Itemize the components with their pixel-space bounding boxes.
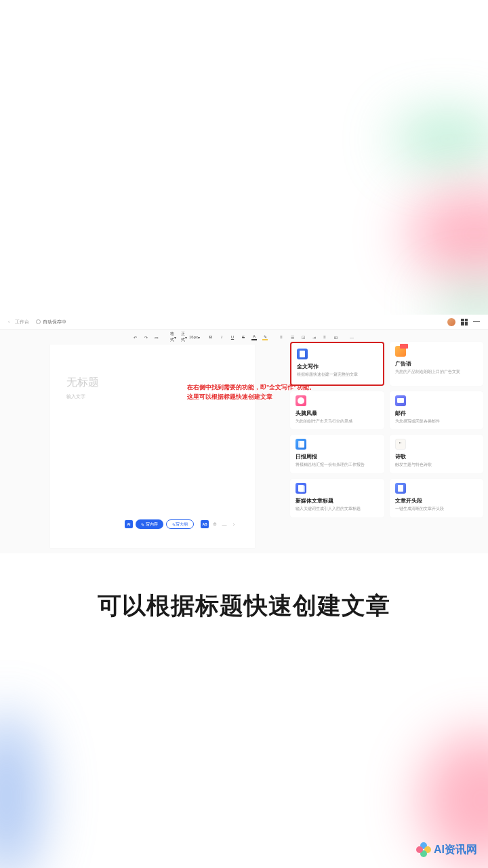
checklist-icon[interactable]: ☑: [300, 334, 306, 340]
media-icon: [296, 483, 306, 494]
write-content-button[interactable]: ✎ 写内容: [136, 519, 163, 529]
style-dropdown[interactable]: 正式 ▾: [181, 334, 186, 340]
template-card-intro[interactable]: 文章开头段 一键生成清晰的文章开头段: [390, 479, 484, 517]
bg-blob: [393, 115, 488, 163]
card-desc: 为您的产品制造朗朗上口的广告文案: [395, 370, 479, 375]
format-paint-icon[interactable]: ▭: [154, 334, 159, 340]
template-card-media-title[interactable]: 新媒体文章标题 输入关键词生成引人入胜的文章标题: [290, 479, 384, 517]
cloud-icon: [36, 319, 41, 324]
document-canvas[interactable]: 无标题 输入文字 AI ✎ 写内容 ✎ 写大纲 AB ⊕ — ›: [50, 344, 255, 548]
template-card-poem[interactable]: 诗歌 触发主题与特色诗歌: [390, 435, 484, 473]
ai-action-bar: AI ✎ 写内容 ✎ 写大纲 AB ⊕ — ›: [125, 519, 237, 529]
ai-badge: AI: [125, 520, 133, 528]
template-card-fullwrite[interactable]: 全文写作 根据标题快速创建一篇完整的文章: [290, 342, 384, 386]
card-title: 全文写作: [297, 363, 378, 370]
template-card-ad[interactable]: 广告语 为您的产品制造朗朗上口的广告文案: [390, 342, 484, 386]
table-icon[interactable]: ⊞: [333, 334, 338, 340]
more-icon[interactable]: ⋯: [349, 334, 354, 340]
fontsize-dropdown[interactable]: 16px ▾: [192, 334, 197, 340]
template-card-brainstorm[interactable]: 头脑风暴 为您的创作产出天马行空的灵感: [290, 391, 384, 430]
report-icon: [296, 439, 306, 450]
card-desc: 为您撰写或回复各类邮件: [395, 419, 479, 425]
card-desc: 根据标题快速创建一篇完整的文章: [297, 372, 378, 378]
template-card[interactable]: [290, 538, 384, 553]
undo-button[interactable]: ↶: [132, 334, 138, 340]
autosave-indicator: 自动保存中: [36, 319, 66, 326]
avatar[interactable]: [447, 318, 455, 326]
template-card-report[interactable]: 日报周报 将模糊总结汇报一份有条理的工作报告: [290, 435, 384, 473]
document-title-input[interactable]: 无标题: [66, 376, 99, 390]
document-body-input[interactable]: 输入文字: [66, 393, 85, 400]
strike-button[interactable]: S: [241, 334, 246, 340]
poem-icon: [395, 439, 406, 450]
mail-icon: [395, 395, 406, 406]
underline-button[interactable]: U: [230, 334, 235, 340]
tool-icon[interactable]: ⊕: [211, 521, 218, 528]
autosave-label: 自动保存中: [43, 319, 66, 326]
bg-blob: [407, 190, 488, 278]
format-dropdown[interactable]: 格式 ▾: [170, 334, 176, 340]
watermark-logo-icon: [416, 842, 431, 857]
bulletlist-icon[interactable]: ≡: [279, 334, 284, 340]
textcolor-button[interactable]: A: [251, 334, 257, 340]
chevron-right-icon[interactable]: ›: [230, 521, 237, 528]
breadcrumb[interactable]: 工作台: [15, 319, 29, 326]
watermark: AI资讯网: [416, 842, 477, 857]
card-desc: 为您的创作产出天马行空的灵感: [296, 419, 379, 425]
card-title: 诗歌: [395, 453, 479, 460]
card-title: 广告语: [395, 360, 479, 368]
template-panel: 全文写作 根据标题快速创建一篇完整的文章 广告语 为您的产品制造朗朗上口的广告文…: [290, 342, 483, 517]
watermark-text: AI资讯网: [434, 843, 477, 857]
bg-blob: [0, 712, 41, 868]
align-icon[interactable]: ≡: [322, 334, 327, 340]
card-desc: 触发主题与特色诗歌: [395, 462, 479, 468]
minimize-icon[interactable]: [473, 321, 480, 322]
italic-button[interactable]: I: [219, 334, 224, 340]
card-title: 头脑风暴: [296, 410, 379, 417]
card-desc: 输入关键词生成引人入胜的文章标题: [296, 507, 379, 512]
indent-icon[interactable]: ⇥: [311, 334, 317, 340]
bold-button[interactable]: B: [208, 334, 214, 340]
apps-grid-icon[interactable]: [461, 319, 468, 326]
card-title: 新媒体文章标题: [296, 497, 379, 505]
redo-button[interactable]: ↷: [143, 334, 148, 340]
brain-icon: [296, 395, 306, 406]
ab-badge: AB: [201, 520, 209, 528]
fullwrite-icon: [297, 349, 308, 359]
card-desc: 一键生成清晰的文章开头段: [395, 507, 479, 512]
tool-icon[interactable]: —: [221, 521, 228, 528]
intro-icon: [395, 483, 406, 494]
card-title: 文章开头段: [395, 497, 479, 505]
template-card[interactable]: [390, 538, 484, 553]
video-caption: 可以根据标题快速创建文章: [0, 590, 488, 622]
card-title: 日报周报: [296, 453, 379, 460]
highlight-button[interactable]: ✎: [262, 334, 268, 340]
template-panel-row: [290, 538, 483, 553]
ad-icon: [395, 346, 406, 357]
back-button[interactable]: ‹: [8, 319, 9, 324]
write-outline-button[interactable]: ✎ 写大纲: [166, 519, 194, 529]
app-screenshot: ‹ 工作台 自动保存中 ↶ ↷ ▭ 格式 ▾ 正式 ▾ 16px ▾ B I U…: [0, 315, 488, 553]
card-title: 邮件: [395, 410, 479, 417]
numberlist-icon[interactable]: ☰: [289, 334, 295, 340]
editor-toolbar: ↶ ↷ ▭ 格式 ▾ 正式 ▾ 16px ▾ B I U S A ✎ ≡ ☰ ☑…: [132, 332, 349, 342]
template-card-mail[interactable]: 邮件 为您撰写或回复各类邮件: [390, 391, 484, 430]
card-desc: 将模糊总结汇报一份有条理的工作报告: [296, 462, 379, 468]
topbar: ‹ 工作台 自动保存中: [0, 315, 488, 330]
